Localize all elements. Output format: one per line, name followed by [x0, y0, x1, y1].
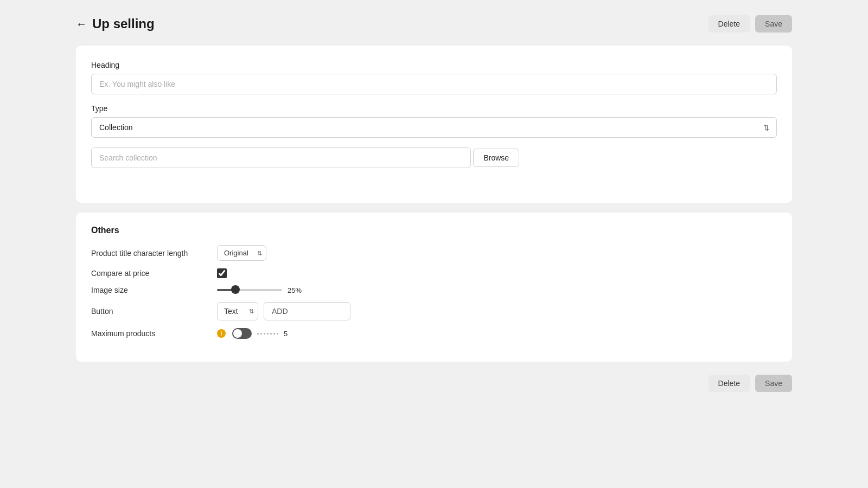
- compare-price-checkbox[interactable]: [217, 268, 227, 278]
- heading-field-group: Heading: [91, 61, 777, 94]
- max-products-row: Maximum products i 5: [91, 328, 777, 339]
- max-products-dots: [257, 333, 278, 335]
- heading-input[interactable]: [91, 74, 777, 94]
- max-products-toggle-thumb: [233, 329, 242, 338]
- footer-actions: Delete Save: [76, 375, 792, 392]
- delete-button-top[interactable]: Delete: [709, 15, 750, 33]
- type-select-wrapper: Collection Product Manual ⇅: [91, 117, 777, 138]
- product-title-select-wrapper: Original Short Medium Long ⇅: [217, 245, 266, 261]
- header-left: ← Up selling: [76, 16, 155, 31]
- header: ← Up selling Delete Save: [76, 0, 792, 46]
- button-label: Button: [91, 307, 210, 316]
- others-title: Others: [91, 226, 777, 235]
- image-size-value: 25%: [288, 286, 302, 294]
- image-size-row: Image size 25%: [91, 286, 777, 294]
- type-field-group: Type Collection Product Manual ⇅: [91, 104, 777, 138]
- image-size-slider-container: 25%: [217, 286, 302, 294]
- compare-price-label: Compare at price: [91, 269, 210, 278]
- back-arrow-icon[interactable]: ←: [76, 18, 87, 30]
- max-products-value: 5: [284, 330, 288, 338]
- heading-label: Heading: [91, 61, 777, 69]
- image-size-slider-thumb[interactable]: [231, 285, 240, 294]
- product-title-row: Product title character length Original …: [91, 245, 777, 261]
- others-section: Others Product title character length Or…: [76, 213, 792, 362]
- type-select[interactable]: Collection Product Manual: [91, 117, 777, 138]
- browse-button[interactable]: Browse: [473, 149, 519, 167]
- max-products-label: Maximum products: [91, 329, 210, 338]
- delete-button-bottom[interactable]: Delete: [709, 375, 750, 392]
- page-title: Up selling: [92, 16, 155, 31]
- image-size-slider-track: [217, 289, 282, 291]
- info-icon[interactable]: i: [217, 329, 226, 338]
- button-controls: Text Icon None ⇅: [217, 302, 350, 320]
- product-title-select[interactable]: Original Short Medium Long: [217, 245, 266, 261]
- main-card: Heading Type Collection Product Manual ⇅…: [76, 46, 792, 203]
- search-collection-input[interactable]: [91, 147, 471, 168]
- search-field-group: Browse: [91, 147, 777, 176]
- header-actions: Delete Save: [709, 15, 792, 33]
- button-row: Button Text Icon None ⇅: [91, 302, 777, 320]
- button-type-select[interactable]: Text Icon None: [217, 302, 258, 320]
- type-label: Type: [91, 104, 777, 113]
- max-products-toggle[interactable]: [232, 328, 252, 339]
- button-text-input[interactable]: [264, 302, 350, 320]
- button-type-wrapper: Text Icon None ⇅: [217, 302, 258, 320]
- max-products-toggle-container: 5: [232, 328, 288, 339]
- product-title-label: Product title character length: [91, 249, 210, 258]
- save-button-top[interactable]: Save: [755, 15, 792, 33]
- image-size-label: Image size: [91, 286, 210, 294]
- compare-price-row: Compare at price: [91, 268, 777, 278]
- save-button-bottom[interactable]: Save: [755, 375, 792, 392]
